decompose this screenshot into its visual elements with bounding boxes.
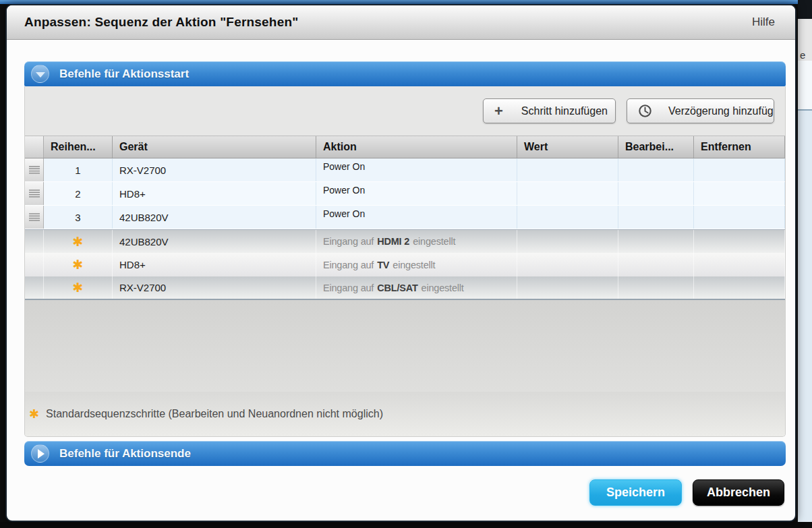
sequence-toolbar: + Schritt hinzufügen Verzögerung hinzufü… [25, 86, 785, 136]
column-header-action: Aktion [316, 136, 517, 158]
action-prefix: Eingang auf [323, 260, 374, 270]
table-header-row: Reihen... Gerät Aktion Wert Bearbei... E… [25, 136, 785, 158]
order-cell: 2 [44, 182, 113, 205]
action-prefix: Eingang auf [323, 236, 374, 247]
action-suffix: eingestellt [422, 283, 464, 293]
table-empty-area [25, 300, 785, 392]
device-cell: RX-V2700 [113, 158, 316, 181]
customize-sequence-dialog: Anpassen: Sequenz der Aktion "Fernsehen"… [5, 4, 796, 522]
footnote-star-icon: ✱ [29, 408, 39, 420]
remove-cell [694, 276, 785, 299]
action-cell: Eingang auf TV eingestellt [316, 253, 517, 276]
action-cell: Eingang auf CBL/SAT eingestellt [316, 276, 517, 299]
device-cell: RX-V2700 [113, 276, 316, 299]
order-cell: 3 [44, 206, 113, 229]
table-row[interactable]: 2 HD8+ Power On [25, 182, 785, 206]
drag-handle[interactable] [25, 206, 44, 229]
dialog-footer: Speichern Abbrechen [24, 479, 786, 506]
device-cell: HD8+ [113, 253, 316, 276]
value-cell [517, 230, 618, 253]
accordion-header-action-start[interactable]: Befehle für Aktionsstart [24, 61, 786, 86]
default-step-star-icon: ✱ [73, 235, 84, 248]
remove-cell [694, 230, 785, 253]
edit-cell [618, 230, 694, 253]
action-cell: Eingang auf HDMI 2 eingestellt [316, 230, 517, 253]
background-white-segment [798, 61, 812, 109]
background-text: e [798, 19, 812, 61]
table-row[interactable]: 1 RX-V2700 Power On [25, 158, 785, 182]
save-button[interactable]: Speichern [589, 479, 682, 506]
sequence-table: Reihen... Gerät Aktion Wert Bearbei... E… [25, 136, 785, 300]
expand-button[interactable] [31, 444, 49, 463]
remove-cell [694, 253, 785, 276]
drag-handle[interactable] [25, 182, 44, 205]
device-cell: 42UB820V [113, 206, 316, 229]
dialog-content: Befehle für Aktionsstart + Schritt hinzu… [7, 40, 795, 521]
action-cell: Power On [316, 182, 517, 205]
accordion-header-action-end[interactable]: Befehle für Aktionsende [24, 441, 786, 466]
footnote: ✱ Standardsequenzschritte (Bearbeiten un… [25, 392, 785, 436]
value-cell [517, 253, 618, 276]
edit-cell[interactable] [618, 158, 694, 181]
play-right-icon [38, 449, 45, 459]
device-cell: HD8+ [113, 182, 316, 205]
background-dark-corner [798, 0, 812, 19]
help-link[interactable]: Hilfe [752, 16, 775, 29]
column-header-edit: Bearbei... [618, 136, 694, 158]
value-cell [517, 182, 618, 205]
action-suffix: eingestellt [413, 236, 455, 247]
add-delay-label: Verzögerung hinzufüg [668, 105, 774, 117]
add-delay-button[interactable]: Verzögerung hinzufüg [627, 98, 774, 123]
accordion-title: Befehle für Aktionsende [59, 447, 191, 461]
footnote-text: Standardsequenzschritte (Bearbeiten und … [46, 408, 383, 420]
device-cell: 42UB820V [113, 230, 316, 253]
order-cell: ✱ [44, 253, 113, 276]
action-suffix: eingestellt [393, 260, 435, 270]
value-cell [517, 158, 618, 181]
drag-handle[interactable] [25, 158, 44, 181]
value-cell [517, 276, 618, 299]
action-value: TV [377, 260, 389, 270]
table-row-default-step: ✱ RX-V2700 Eingang auf CBL/SAT eingestel… [25, 276, 785, 300]
edit-cell[interactable] [618, 182, 694, 205]
accordion-title: Befehle für Aktionsstart [59, 67, 189, 81]
action-value: CBL/SAT [377, 283, 417, 293]
clock-icon [638, 104, 652, 118]
action-cell: Power On [316, 158, 517, 181]
edit-cell[interactable] [618, 206, 694, 229]
page-title: Anpassen: Sequenz der Aktion "Fernsehen" [24, 15, 298, 30]
remove-cell[interactable] [694, 182, 785, 205]
action-value: HDMI 2 [377, 236, 409, 247]
column-header-order: Reihen... [44, 136, 113, 158]
cancel-button[interactable]: Abbrechen [693, 479, 784, 506]
grip-cell-empty [25, 276, 44, 299]
background-bottom-strip [0, 522, 812, 528]
action-cell: Power On [316, 206, 517, 229]
order-cell: ✱ [44, 230, 113, 253]
default-step-star-icon: ✱ [73, 258, 84, 271]
add-step-button[interactable]: + Schritt hinzufügen [483, 98, 616, 123]
edit-cell [618, 276, 694, 299]
table-row-default-step: ✱ HD8+ Eingang auf TV eingestellt [25, 253, 785, 276]
background-blue-segment [798, 111, 812, 528]
default-step-star-icon: ✱ [73, 281, 84, 294]
value-cell [517, 206, 618, 229]
remove-cell[interactable] [694, 158, 785, 181]
grip-cell-empty [25, 230, 44, 253]
sequence-panel: + Schritt hinzufügen Verzögerung hinzufü… [24, 86, 786, 437]
order-cell: 1 [44, 158, 113, 181]
table-row-default-step: ✱ 42UB820V Eingang auf HDMI 2 eingestell… [25, 229, 785, 253]
order-cell: ✱ [44, 276, 113, 299]
remove-cell[interactable] [694, 206, 785, 229]
dialog-titlebar: Anpassen: Sequenz der Aktion "Fernsehen"… [7, 5, 795, 40]
add-step-label: Schritt hinzufügen [521, 105, 608, 117]
column-header-value: Wert [517, 136, 618, 158]
edit-cell [618, 253, 694, 276]
grip-cell-empty [25, 253, 44, 276]
collapse-button[interactable] [31, 65, 49, 83]
background-page-fragment: e [798, 0, 812, 528]
column-header-remove: Entfernen [694, 136, 785, 158]
table-row[interactable]: 3 42UB820V Power On [25, 206, 785, 229]
column-header-device: Gerät [113, 136, 316, 158]
plus-icon: + [494, 104, 503, 119]
